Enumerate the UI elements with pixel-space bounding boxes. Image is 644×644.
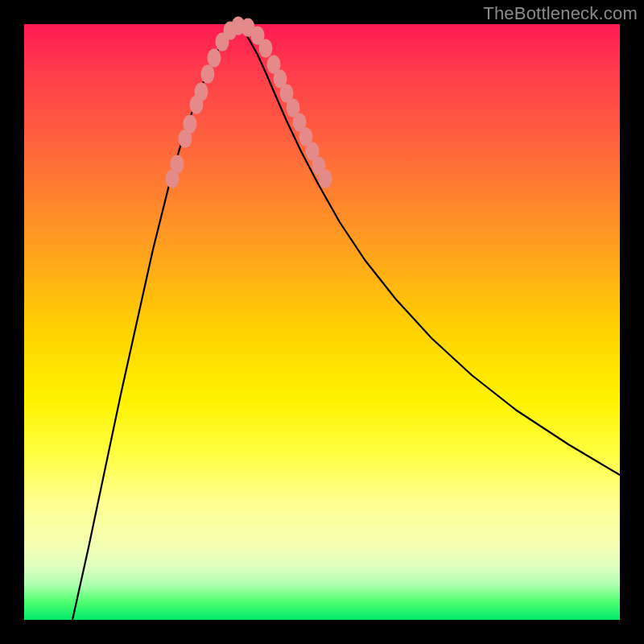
plot-area xyxy=(24,24,620,620)
data-dot xyxy=(259,39,273,58)
data-dot xyxy=(319,170,332,188)
data-dot xyxy=(201,65,215,84)
curve-group xyxy=(72,26,620,620)
data-dot xyxy=(171,155,184,174)
data-dot xyxy=(208,49,221,68)
watermark: TheBottleneck.com xyxy=(483,3,638,24)
curve-right-arm xyxy=(237,26,620,475)
curve-left-arm xyxy=(72,26,237,620)
data-dot xyxy=(195,83,208,101)
chart-frame: TheBottleneck.com xyxy=(0,0,644,644)
chart-svg xyxy=(24,24,620,620)
data-dot xyxy=(184,115,197,134)
